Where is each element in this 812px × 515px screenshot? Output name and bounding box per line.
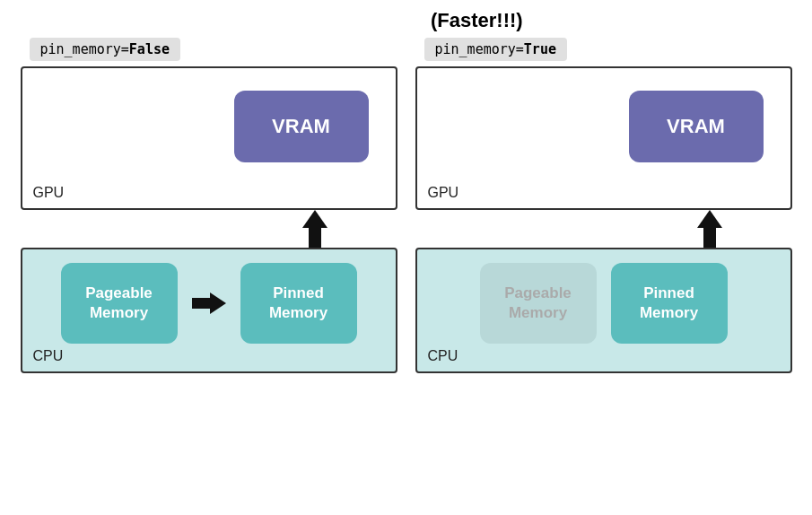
- left-pinned-box: PinnedMemory: [240, 263, 357, 344]
- right-cpu-label: CPU: [428, 348, 458, 364]
- left-code-value: False: [129, 41, 170, 57]
- left-diagram: pin_memory=False VRAM GPU PageableMemory: [21, 38, 397, 373]
- diagrams-row: pin_memory=False VRAM GPU PageableMemory: [18, 38, 794, 373]
- left-cpu-label: CPU: [33, 348, 64, 364]
- right-vertical-arrow-container: [415, 210, 792, 248]
- right-pageable-label: PageableMemory: [504, 284, 572, 323]
- left-vertical-arrow-container: [21, 210, 397, 248]
- right-code-label: pin_memory=True: [424, 38, 567, 61]
- left-arrow-head: [302, 210, 327, 228]
- faster-label: (Faster!!!): [431, 9, 523, 32]
- right-cpu-box: PageableMemory PinnedMemory CPU: [415, 248, 792, 373]
- left-h-arrow: [192, 292, 226, 314]
- left-cpu-box: PageableMemory PinnedMemory CPU: [21, 248, 397, 373]
- left-h-head: [210, 292, 226, 314]
- left-vram-box: VRAM: [234, 91, 369, 162]
- left-vertical-arrow: [302, 210, 327, 248]
- right-pageable-box: PageableMemory: [480, 263, 597, 344]
- left-gpu-label: GPU: [33, 185, 65, 201]
- right-code-prefix: pin_memory=: [435, 41, 524, 57]
- left-pageable-box: PageableMemory: [61, 263, 178, 344]
- left-pageable-label: PageableMemory: [85, 284, 153, 323]
- right-arrow-head: [697, 210, 722, 228]
- right-vertical-arrow: [697, 210, 722, 248]
- left-h-shaft: [192, 298, 210, 309]
- right-pinned-label: PinnedMemory: [640, 284, 698, 323]
- left-arrow-shaft: [309, 228, 321, 248]
- right-diagram: pin_memory=True VRAM GPU PageableMemory …: [415, 38, 792, 373]
- right-vram-box: VRAM: [629, 91, 764, 162]
- right-gpu-box: VRAM GPU: [415, 66, 792, 210]
- right-pinned-box: PinnedMemory: [611, 263, 728, 344]
- left-code-label: pin_memory=False: [30, 38, 181, 61]
- left-code-prefix: pin_memory=: [40, 41, 129, 57]
- right-code-value: True: [524, 41, 556, 57]
- left-pinned-label: PinnedMemory: [269, 284, 327, 323]
- right-arrow-shaft: [703, 228, 716, 248]
- right-gpu-label: GPU: [428, 185, 459, 201]
- left-gpu-box: VRAM GPU: [21, 66, 397, 210]
